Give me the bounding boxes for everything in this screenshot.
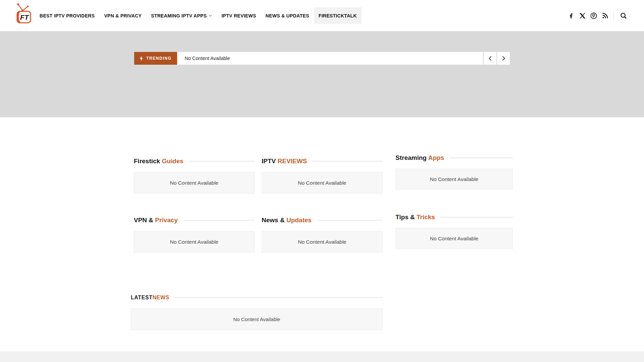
- main-content: Firestick Guides No Content Available IP…: [131, 117, 513, 351]
- header-social-bar: [565, 0, 629, 31]
- section-latest-news: LATESTNEWS No Content Available: [131, 293, 383, 330]
- trending-carousel-controls: [484, 52, 510, 65]
- footer: [0, 351, 644, 362]
- section-rule: [449, 158, 513, 158]
- section-rule: [189, 161, 255, 162]
- section-firestick-guides: Firestick Guides No Content Available: [134, 157, 255, 194]
- empty-content-box: No Content Available: [262, 231, 383, 253]
- section-rule: [183, 220, 255, 221]
- x-twitter-icon[interactable]: [577, 9, 588, 22]
- empty-content-box: No Content Available: [262, 172, 383, 194]
- trending-prev-button[interactable]: [484, 52, 496, 65]
- trending-bar: TRENDING No Content Available: [134, 52, 510, 65]
- hero-banner: TRENDING No Content Available: [0, 31, 644, 117]
- nav-item-news-updates[interactable]: NEWS & UPDATES: [261, 7, 314, 24]
- section-title: Streaming Apps: [395, 154, 444, 162]
- search-icon[interactable]: [618, 9, 629, 22]
- section-news-updates: News & Updates No Content Available: [262, 216, 383, 253]
- section-vpn-privacy: VPN & Privacy No Content Available: [134, 216, 255, 253]
- nav-item-label: STREAMING IPTV APPS: [151, 13, 207, 18]
- nav-item-vpn-privacy[interactable]: VPN & PRIVACY: [99, 7, 146, 24]
- section-title: LATESTNEWS: [131, 295, 169, 301]
- section-rule: [317, 220, 383, 221]
- nav-item-iptv-reviews[interactable]: IPTV REVIEWS: [217, 7, 261, 24]
- section-title: News & Updates: [262, 217, 312, 224]
- trending-badge: TRENDING: [134, 52, 177, 65]
- chevron-down-icon: [209, 14, 212, 17]
- section-title: VPN & Privacy: [134, 217, 178, 224]
- section-streaming-apps: Streaming Apps No Content Available: [395, 153, 513, 190]
- header-divider: [613, 11, 614, 21]
- section-tips-tricks: Tips & Tricks No Content Available: [395, 213, 513, 249]
- svg-text:FT: FT: [20, 13, 30, 21]
- empty-content-box: No Content Available: [134, 231, 255, 253]
- trending-message: No Content Available: [177, 52, 483, 65]
- empty-content-box: No Content Available: [395, 228, 513, 249]
- section-title: Firestick Guides: [134, 158, 183, 165]
- section-rule: [312, 161, 383, 162]
- site-header: FT BEST IPTV PROVIDERS VPN & PRIVACY STR…: [0, 0, 644, 31]
- lightning-bolt-icon: [140, 56, 143, 61]
- nav-item-streaming-iptv-apps[interactable]: STREAMING IPTV APPS: [146, 7, 217, 24]
- section-rule: [174, 297, 383, 298]
- empty-content-box: No Content Available: [131, 308, 383, 330]
- pinterest-icon[interactable]: [588, 9, 599, 22]
- empty-content-box: No Content Available: [134, 172, 255, 194]
- section-iptv-reviews: IPTV REVIEWS No Content Available: [262, 157, 383, 194]
- rss-icon[interactable]: [599, 9, 611, 22]
- main-navigation: BEST IPTV PROVIDERS VPN & PRIVACY STREAM…: [35, 7, 362, 24]
- section-title: Tips & Tricks: [395, 214, 435, 221]
- section-title: IPTV REVIEWS: [262, 158, 307, 165]
- site-logo[interactable]: FT: [15, 2, 32, 24]
- section-rule: [440, 217, 513, 218]
- nav-item-best-iptv-providers[interactable]: BEST IPTV PROVIDERS: [35, 7, 99, 24]
- trending-label: TRENDING: [146, 56, 171, 61]
- empty-content-box: No Content Available: [395, 169, 513, 190]
- trending-next-button[interactable]: [497, 52, 510, 65]
- nav-item-firesticktalk[interactable]: FIRESTICKTALK: [314, 7, 362, 24]
- facebook-icon[interactable]: [565, 9, 577, 22]
